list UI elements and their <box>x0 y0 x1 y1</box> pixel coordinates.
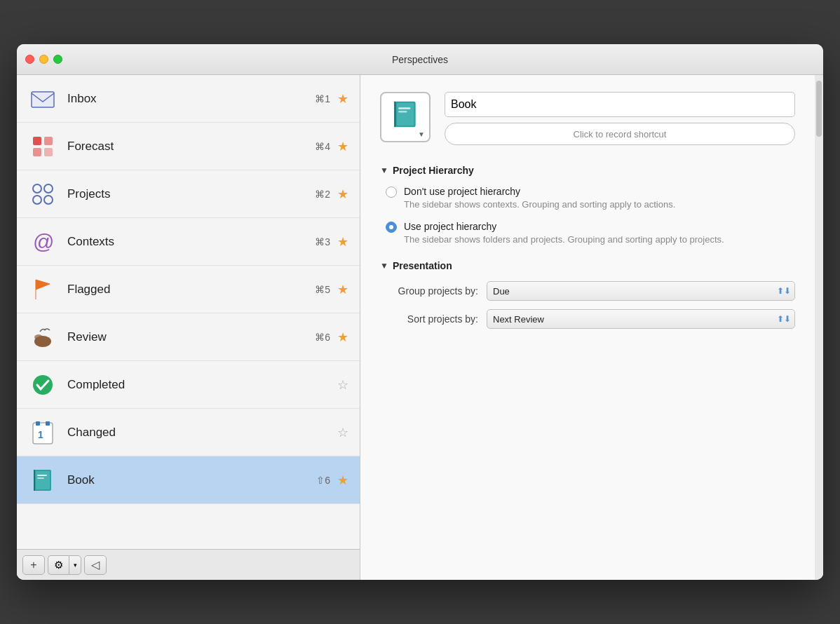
svg-rect-21 <box>37 477 44 479</box>
sidebar-item-changed[interactable]: 1 Changed ☆ <box>17 409 360 456</box>
radio-no-hierarchy-label: Don't use project hierarchy <box>404 186 675 197</box>
sidebar-item-completed-star[interactable]: ☆ <box>337 377 348 393</box>
sidebar-item-flagged[interactable]: Flagged ⌘5 ★ <box>17 266 360 313</box>
app-window: Perspectives Inbox ⌘1 ★ <box>17 44 823 580</box>
sidebar-item-completed[interactable]: Completed ☆ <box>17 361 360 409</box>
sidebar-item-review-star[interactable]: ★ <box>337 330 348 345</box>
svg-rect-18 <box>36 471 50 489</box>
close-button[interactable] <box>25 55 34 64</box>
window-title: Perspectives <box>392 54 448 65</box>
project-hierarchy-title: Project Hierarchy <box>393 165 474 176</box>
perspective-icon <box>390 99 421 136</box>
flagged-icon <box>28 275 57 304</box>
sidebar-item-projects-shortcut: ⌘2 <box>315 189 330 200</box>
sidebar-item-forecast[interactable]: Forecast ⌘4 ★ <box>17 123 360 170</box>
sidebar-toolbar: + ⚙ ▾ ◁ Open Perspective Duplicate Per <box>17 549 360 580</box>
sort-projects-select[interactable]: Next Review None Due Name Priority <box>487 309 795 329</box>
project-hierarchy-section-header: ▼ Project Hierarchy <box>380 165 795 176</box>
icon-dropdown-arrow: ▼ <box>418 130 425 138</box>
gear-dropdown-button[interactable]: ▾ <box>69 555 81 575</box>
sort-projects-label: Sort projects by: <box>380 313 478 325</box>
minimize-button[interactable] <box>39 55 48 64</box>
radio-no-hierarchy[interactable]: Don't use project hierarchy The sidebar … <box>386 186 795 211</box>
perspective-header-fields: Click to record shortcut <box>445 92 795 145</box>
svg-rect-4 <box>44 148 53 156</box>
presentation-title: Presentation <box>393 260 452 271</box>
sidebar-item-projects-star[interactable]: ★ <box>337 186 348 202</box>
sidebar-item-projects-label: Projects <box>67 187 315 201</box>
gear-group: ⚙ ▾ <box>48 555 81 575</box>
sidebar-item-forecast-shortcut: ⌘4 <box>315 141 330 152</box>
sidebar-item-forecast-star[interactable]: ★ <box>337 139 348 154</box>
sidebar-item-book[interactable]: Book ⇧6 ★ <box>17 456 360 504</box>
detail-panel: ▼ Click to record shortcut ▼ Project Hie… <box>360 75 823 580</box>
svg-rect-2 <box>44 137 53 145</box>
titlebar: Perspectives <box>17 44 823 75</box>
radio-no-hierarchy-content: Don't use project hierarchy The sidebar … <box>404 186 675 211</box>
sidebar-item-flagged-shortcut: ⌘5 <box>315 284 330 295</box>
svg-rect-26 <box>398 111 407 112</box>
radio-use-hierarchy-btn[interactable] <box>386 222 397 233</box>
svg-point-7 <box>33 196 41 204</box>
forecast-icon <box>28 132 57 161</box>
radio-use-hierarchy[interactable]: Use project hierarchy The sidebar shows … <box>386 221 795 246</box>
perspective-header: ▼ Click to record shortcut <box>380 92 795 145</box>
group-projects-label: Group projects by: <box>380 285 478 297</box>
sidebar-item-inbox-shortcut: ⌘1 <box>315 93 330 104</box>
sort-projects-row: Sort projects by: Next Review None Due N… <box>380 309 795 329</box>
collapse-sidebar-button[interactable]: ◁ <box>84 555 107 575</box>
svg-point-11 <box>34 334 43 340</box>
svg-point-8 <box>44 196 53 204</box>
presentation-triangle-icon[interactable]: ▼ <box>380 261 388 271</box>
review-icon <box>28 323 57 352</box>
inbox-icon <box>28 84 57 114</box>
presentation-section-header: ▼ Presentation <box>380 260 795 271</box>
section-triangle-icon[interactable]: ▼ <box>380 165 388 175</box>
svg-rect-3 <box>33 148 41 156</box>
add-perspective-button[interactable]: + <box>22 555 45 575</box>
sidebar-item-forecast-label: Forecast <box>67 140 315 154</box>
sidebar-item-inbox-star[interactable]: ★ <box>337 91 348 107</box>
svg-rect-23 <box>397 103 414 126</box>
gear-button[interactable]: ⚙ <box>48 555 69 575</box>
svg-rect-0 <box>32 92 54 107</box>
scrollbar-track <box>815 75 823 580</box>
sidebar-item-review[interactable]: Review ⌘6 ★ <box>17 313 360 361</box>
group-projects-row: Group projects by: Due None Project Tag … <box>380 281 795 301</box>
sidebar-item-contexts-star[interactable]: ★ <box>337 234 348 250</box>
scrollbar-thumb[interactable] <box>816 81 822 137</box>
sidebar-item-flagged-star[interactable]: ★ <box>337 282 348 297</box>
traffic-lights <box>25 55 62 64</box>
sidebar-item-review-label: Review <box>67 330 315 344</box>
shortcut-button[interactable]: Click to record shortcut <box>445 123 795 145</box>
perspective-icon-button[interactable]: ▼ <box>380 92 431 142</box>
svg-text:@: @ <box>33 230 54 253</box>
svg-text:1: 1 <box>38 429 43 440</box>
group-projects-select-wrapper: Due None Project Tag Priority ⬆⬇ <box>487 281 795 301</box>
sidebar-item-review-shortcut: ⌘6 <box>315 332 330 343</box>
contexts-icon: @ <box>28 227 57 257</box>
svg-point-5 <box>33 184 41 193</box>
sidebar: Inbox ⌘1 ★ Forecast ⌘4 <box>17 75 360 580</box>
sidebar-item-changed-label: Changed <box>67 426 330 440</box>
sidebar-item-projects[interactable]: Projects ⌘2 ★ <box>17 170 360 218</box>
book-icon <box>28 466 57 495</box>
sidebar-item-inbox[interactable]: Inbox ⌘1 ★ <box>17 75 360 123</box>
group-projects-select[interactable]: Due None Project Tag Priority <box>487 281 795 301</box>
radio-no-hierarchy-btn[interactable] <box>386 186 397 198</box>
maximize-button[interactable] <box>53 55 62 64</box>
radio-use-hierarchy-desc: The sidebar shows folders and projects. … <box>404 233 724 246</box>
svg-point-12 <box>33 375 53 395</box>
sidebar-item-flagged-label: Flagged <box>67 283 315 297</box>
perspective-name-input[interactable] <box>445 92 795 117</box>
projects-icon <box>28 179 57 209</box>
sidebar-item-contexts[interactable]: @ Contexts ⌘3 ★ <box>17 218 360 266</box>
sidebar-item-book-star[interactable]: ★ <box>337 473 348 488</box>
sidebar-list: Inbox ⌘1 ★ Forecast ⌘4 <box>17 75 360 549</box>
sidebar-item-book-label: Book <box>67 473 316 487</box>
sidebar-item-book-shortcut: ⇧6 <box>316 475 330 486</box>
sidebar-item-changed-star[interactable]: ☆ <box>337 425 348 440</box>
svg-rect-1 <box>33 137 41 145</box>
sidebar-item-contexts-label: Contexts <box>67 235 315 249</box>
sort-projects-select-wrapper: Next Review None Due Name Priority ⬆⬇ <box>487 309 795 329</box>
